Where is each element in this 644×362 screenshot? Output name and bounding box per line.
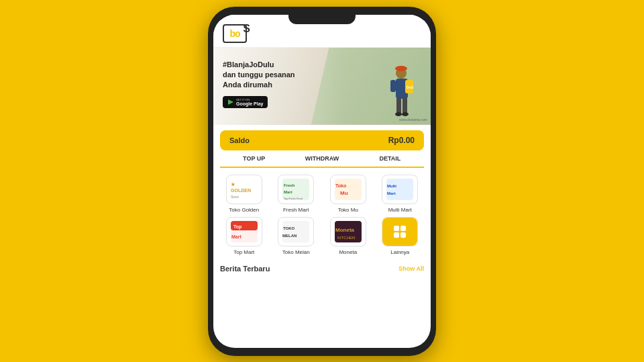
svg-text:Multi: Multi: [387, 184, 396, 188]
store-item-tokomu[interactable]: Toko Mu Toko Mu: [324, 175, 372, 213]
store-item-multimart[interactable]: Multi Mart Multi Mart: [376, 175, 425, 213]
saldo-label: Saldo: [229, 136, 250, 144]
berita-title: Berita Terbaru: [220, 265, 270, 273]
svg-text:KITCHEN: KITCHEN: [337, 236, 355, 240]
logo-square: bo S: [223, 24, 247, 43]
phone-frame: bo S: [208, 7, 436, 356]
scroll-area: DoS #BlanjaJoDulu dan t: [213, 48, 431, 348]
store-logo-tokomelan: TOKO MELAN: [278, 217, 314, 246]
store-name-multimart: Multi Mart: [388, 207, 412, 213]
store-item-lainnya[interactable]: Lainnya: [376, 217, 425, 255]
google-play-button[interactable]: GET IT ON Google Play: [223, 96, 268, 108]
berita-section: Berita Terbaru Show All: [213, 262, 431, 283]
saldo-amount: Rp0.00: [388, 136, 415, 145]
logo-s-text: S: [243, 23, 250, 35]
google-play-label: Google Play: [236, 101, 263, 106]
svg-text:Moneta: Moneta: [335, 227, 355, 233]
tokomelan-logo-icon: TOKO MELAN: [280, 218, 312, 245]
lainnya-dot-4: [400, 232, 406, 238]
moneta-logo-icon: Moneta KITCHEN: [332, 218, 364, 245]
svg-text:Fresh: Fresh: [284, 183, 295, 187]
store-name-tokomu: Toko Mu: [338, 207, 358, 213]
store-logo-multimart: Multi Mart: [382, 175, 418, 204]
banner-headline: #BlanjaJoDulu dan tunggu pesanan Anda di…: [223, 60, 295, 91]
svg-text:Mart: Mart: [387, 191, 396, 195]
multimart-logo-icon: Multi Mart: [384, 176, 416, 203]
svg-text:GOLDEN: GOLDEN: [231, 188, 251, 193]
store-name-tokomelan: Toko Melan: [282, 249, 310, 255]
svg-text:Mu: Mu: [340, 190, 348, 196]
store-item-topmart[interactable]: Top Mart Top Mart: [220, 217, 268, 255]
svg-text:Toko: Toko: [335, 183, 346, 188]
show-all-button[interactable]: Show All: [398, 265, 424, 272]
lainnya-dot-3: [394, 232, 399, 238]
saldo-section: Saldo Rp0.00: [220, 130, 424, 150]
svg-text:★: ★: [231, 182, 235, 187]
svg-text:Mart: Mart: [284, 190, 292, 194]
svg-text:Top Fresh Food: Top Fresh Food: [284, 197, 303, 200]
lainnya-dot-1: [394, 226, 399, 231]
store-grid: ★ GOLDEN Store Toko Golden Fresh Mart: [213, 168, 431, 262]
svg-text:Store: Store: [231, 195, 239, 199]
lainnya-container: [382, 218, 417, 246]
play-store-icon: [227, 99, 234, 105]
store-item-moneta[interactable]: Moneta KITCHEN Moneta: [324, 217, 372, 255]
store-item-tokomelan[interactable]: TOKO MELAN Toko Melan: [272, 217, 321, 255]
withdraw-button[interactable]: WITHDRAW: [288, 150, 356, 167]
logo-text: bo: [229, 28, 239, 39]
svg-text:Top: Top: [233, 224, 241, 230]
svg-rect-21: [386, 179, 413, 200]
store-name-moneta: Moneta: [339, 249, 357, 255]
svg-text:Mart: Mart: [231, 234, 241, 239]
lainnya-dot-2: [400, 226, 406, 231]
banner-domain: www.dostama.com: [399, 118, 427, 122]
store-name-topmart: Top Mart: [233, 249, 254, 255]
svg-text:MELAN: MELAN: [282, 234, 297, 238]
tokomu-logo-icon: Toko Mu: [332, 176, 364, 203]
store-logo-golden: ★ GOLDEN Store: [226, 175, 262, 204]
banner: DoS #BlanjaJoDulu dan t: [213, 48, 431, 125]
action-buttons: TOP UP WITHDRAW DETAIL: [220, 150, 424, 168]
svg-marker-10: [228, 99, 233, 105]
store-item-freshmart[interactable]: Fresh Mart Top Fresh Food Fresh Mart: [272, 175, 321, 213]
store-logo-moneta: Moneta KITCHEN: [330, 217, 366, 246]
banner-text-block: #BlanjaJoDulu dan tunggu pesanan Anda di…: [223, 60, 295, 108]
berita-header: Berita Terbaru Show All: [220, 265, 424, 273]
app-logo: bo S: [223, 24, 247, 43]
store-name-golden: Toko Golden: [229, 207, 259, 213]
store-name-lainnya: Lainnya: [390, 249, 409, 255]
store-logo-lainnya: [382, 217, 418, 246]
store-logo-tokomu: Toko Mu: [330, 175, 366, 204]
lainnya-dots: [390, 222, 410, 242]
store-item-golden[interactable]: ★ GOLDEN Store Toko Golden: [220, 175, 268, 213]
phone-notch: [288, 15, 356, 24]
golden-logo-icon: ★ GOLDEN Store: [228, 176, 260, 203]
topmart-logo-icon: Top Mart: [228, 218, 260, 245]
top-up-button[interactable]: TOP UP: [220, 150, 288, 167]
store-name-freshmart: Fresh Mart: [283, 207, 309, 213]
phone-screen: bo S: [213, 15, 431, 348]
store-logo-freshmart: Fresh Mart Top Fresh Food: [278, 175, 314, 204]
svg-rect-28: [282, 221, 309, 242]
detail-button[interactable]: DETAIL: [356, 150, 424, 167]
svg-rect-18: [335, 179, 362, 200]
freshmart-logo-icon: Fresh Mart Top Fresh Food: [280, 176, 312, 203]
svg-text:TOKO: TOKO: [283, 226, 295, 230]
store-logo-topmart: Top Mart: [226, 217, 262, 246]
